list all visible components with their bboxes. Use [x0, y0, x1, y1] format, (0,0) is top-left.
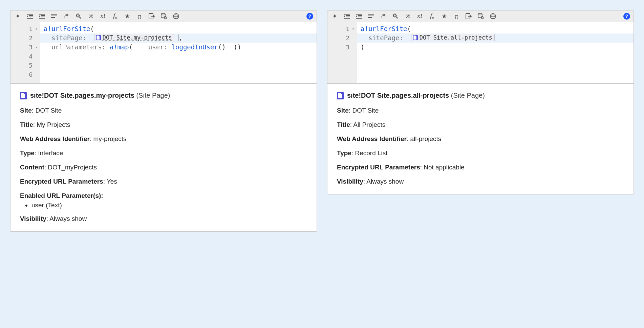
code-line[interactable]: )	[361, 43, 364, 51]
star-icon[interactable]: ★	[124, 13, 131, 20]
fx-icon[interactable]: fx	[428, 13, 436, 20]
info-title-main: site!DOT Site.pages.my-projects	[30, 92, 134, 99]
document-icon	[413, 35, 418, 40]
expression-panel: ✦/*🔍︎⤨x!fx★π?1▾2 3▾4 5 6 a!urlForSite( s…	[10, 10, 317, 232]
info-value: DOT Site	[35, 107, 62, 114]
info-value: DOT Site	[352, 107, 379, 114]
info-value: all-projects	[410, 135, 441, 142]
code-line[interactable]: )	[226, 43, 237, 51]
info-panel: site!DOT Site.pages.my-projects (Site Pa…	[10, 84, 317, 231]
info-value: DOT_myProjects	[48, 164, 97, 171]
dbsearch-icon[interactable]	[160, 13, 168, 20]
code-line[interactable]: a!urlForSite(	[44, 25, 94, 32]
code-line[interactable]: sitePage: DOT Site.all-projects	[357, 33, 634, 43]
info-value: Always show	[49, 215, 87, 222]
info-value: my-projects	[93, 135, 126, 142]
svg-point-12	[161, 14, 165, 15]
document-icon	[96, 35, 101, 40]
shuffle-icon[interactable]: ⤨	[87, 13, 94, 20]
param-list: user (Text)	[31, 202, 307, 209]
magic-icon[interactable]: ✦	[14, 13, 21, 20]
comment-icon[interactable]: /*	[63, 13, 70, 20]
pi-icon[interactable]: π	[136, 13, 143, 20]
code-line[interactable]: urlParameters: a!map(	[44, 43, 133, 51]
info-title-suffix: (Site Page)	[136, 92, 170, 99]
site-page-chip[interactable]: DOT Site.all-projects	[411, 34, 495, 41]
code-line[interactable]: sitePage: DOT Site.my-projects ,	[40, 33, 317, 43]
format-icon[interactable]	[367, 13, 375, 20]
expression-panel: ✦/*🔍︎⤨x!fx★π?1▾2 3 a!urlForSite( sitePag…	[327, 10, 634, 194]
info-value: Interface	[38, 149, 63, 157]
info-row: Encrypted URL Parameters: Yes	[20, 178, 307, 185]
info-value: My Projects	[37, 121, 70, 128]
info-value: Always show	[366, 178, 404, 185]
outdent-icon[interactable]	[343, 13, 350, 20]
fx-icon[interactable]: fx	[111, 13, 119, 20]
info-row: Type: Interface	[20, 149, 307, 157]
info-title-suffix: (Site Page)	[451, 92, 485, 99]
editor-toolbar: ✦/*🔍︎⤨x!fx★π?	[327, 10, 634, 22]
info-title: site!DOT Site.pages.all-projects (Site P…	[337, 92, 624, 99]
indent-icon[interactable]	[355, 13, 363, 20]
search-icon[interactable]: 🔍︎	[392, 13, 399, 20]
line-gutter: 1▾2 3▾4 5 6	[10, 22, 40, 83]
info-row: Visibility: Always show	[337, 178, 624, 185]
info-value: Yes	[107, 178, 117, 185]
indent-icon[interactable]	[38, 13, 46, 20]
xbang-icon[interactable]: x!	[99, 13, 107, 20]
info-row: Enabled URL Parameter(s):	[20, 192, 307, 200]
info-row: Site: DOT Site	[337, 107, 624, 114]
globe-icon[interactable]	[489, 13, 497, 20]
param-item: user (Text)	[31, 202, 307, 209]
help-icon[interactable]: ?	[306, 13, 313, 20]
globe-icon[interactable]	[172, 13, 180, 20]
svg-point-30	[478, 14, 482, 15]
info-row: Encrypted URL Parameters: Not applicable	[337, 164, 624, 171]
star-icon[interactable]: ★	[441, 13, 448, 20]
code-line[interactable]: a!urlForSite(	[361, 25, 411, 32]
code-area[interactable]: a!urlForSite( sitePage: DOT Site.my-proj…	[40, 22, 317, 83]
export-icon[interactable]	[148, 13, 155, 20]
comment-icon[interactable]: /*	[380, 13, 387, 20]
info-value: Not applicable	[424, 164, 464, 171]
code-area[interactable]: a!urlForSite( sitePage: DOT Site.all-pro…	[357, 22, 634, 83]
chip-label: DOT Site.my-projects	[103, 33, 172, 42]
xbang-icon[interactable]: x!	[416, 13, 424, 20]
help-icon[interactable]: ?	[623, 13, 630, 20]
code-line[interactable]: user: loggedInUser()	[133, 43, 226, 51]
format-icon[interactable]	[50, 13, 58, 20]
document-icon	[337, 92, 344, 99]
info-value: All Projects	[353, 121, 385, 128]
code-editor[interactable]: 1▾2 3 a!urlForSite( sitePage: DOT Site.a…	[327, 22, 634, 83]
info-row: Title: All Projects	[337, 121, 624, 128]
info-row: Content: DOT_myProjects	[20, 164, 307, 171]
site-page-chip[interactable]: DOT Site.my-projects	[94, 34, 174, 41]
code-editor[interactable]: 1▾2 3▾4 5 6 a!urlForSite( sitePage: DOT …	[10, 22, 317, 83]
info-value: Record List	[355, 149, 388, 157]
info-row: Visibility: Always show	[20, 215, 307, 222]
svg-line-14	[166, 19, 167, 20]
outdent-icon[interactable]	[26, 13, 34, 20]
info-title: site!DOT Site.pages.my-projects (Site Pa…	[20, 92, 307, 99]
info-row: Type: Record List	[337, 149, 624, 157]
info-row: Title: My Projects	[20, 121, 307, 128]
info-row: Site: DOT Site	[20, 107, 307, 114]
line-gutter: 1▾2 3	[327, 22, 357, 83]
magic-icon[interactable]: ✦	[331, 13, 338, 20]
editor-toolbar: ✦/*🔍︎⤨x!fx★π?	[10, 10, 317, 22]
export-icon[interactable]	[465, 13, 472, 20]
search-icon[interactable]: 🔍︎	[75, 13, 82, 20]
document-icon	[20, 92, 27, 99]
info-title-main: site!DOT Site.pages.all-projects	[347, 92, 449, 99]
svg-line-32	[483, 19, 484, 20]
shuffle-icon[interactable]: ⤨	[404, 13, 411, 20]
dbsearch-icon[interactable]	[477, 13, 485, 20]
info-row: Web Address Identifier: all-projects	[337, 135, 624, 143]
code-line[interactable]: )	[237, 43, 241, 51]
chip-label: DOT Site.all-projects	[420, 33, 492, 42]
pi-icon[interactable]: π	[453, 13, 460, 20]
info-panel: site!DOT Site.pages.all-projects (Site P…	[327, 84, 634, 194]
info-row: Web Address Identifier: my-projects	[20, 135, 307, 143]
